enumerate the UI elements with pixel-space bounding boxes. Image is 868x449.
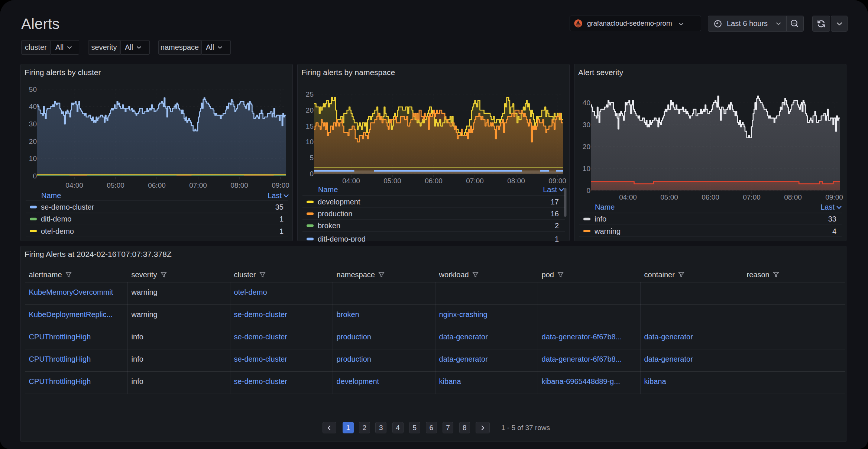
svg-text:Last: Last xyxy=(543,185,557,194)
svg-text:0: 0 xyxy=(33,172,37,180)
svg-text:40: 40 xyxy=(29,103,37,110)
svg-text:05:00: 05:00 xyxy=(660,193,678,201)
svg-text:Name: Name xyxy=(595,203,615,211)
svg-text:09:00: 09:00 xyxy=(548,177,566,185)
svg-text:08:00: 08:00 xyxy=(784,193,802,201)
svg-text:09:00: 09:00 xyxy=(825,193,843,201)
svg-text:15: 15 xyxy=(306,122,314,130)
svg-text:07:00: 07:00 xyxy=(466,177,484,185)
svg-text:17: 17 xyxy=(551,198,559,206)
svg-text:info: info xyxy=(595,215,606,223)
svg-text:ditl-demo-prod: ditl-demo-prod xyxy=(318,235,366,242)
svg-text:4: 4 xyxy=(832,227,836,235)
svg-text:1: 1 xyxy=(279,215,284,223)
svg-text:0: 0 xyxy=(310,170,314,178)
svg-text:07:00: 07:00 xyxy=(743,193,761,201)
svg-text:05:00: 05:00 xyxy=(107,181,124,189)
svg-text:1: 1 xyxy=(279,227,284,235)
svg-text:35: 35 xyxy=(275,203,284,211)
svg-text:10: 10 xyxy=(306,138,314,146)
svg-text:40: 40 xyxy=(583,99,590,107)
svg-text:Last: Last xyxy=(820,203,835,211)
svg-text:5: 5 xyxy=(310,154,314,162)
svg-text:se-demo-cluster: se-demo-cluster xyxy=(41,203,94,211)
svg-text:Last: Last xyxy=(268,191,282,200)
svg-text:Name: Name xyxy=(41,191,61,200)
svg-text:10: 10 xyxy=(583,165,590,172)
svg-text:07:00: 07:00 xyxy=(189,181,207,189)
svg-text:08:00: 08:00 xyxy=(230,181,248,189)
svg-text:warning: warning xyxy=(594,227,621,235)
svg-text:06:00: 06:00 xyxy=(702,193,719,201)
svg-text:30: 30 xyxy=(29,120,37,128)
svg-text:broken: broken xyxy=(318,222,340,230)
svg-text:25: 25 xyxy=(306,90,314,98)
svg-text:production: production xyxy=(318,210,352,218)
svg-text:0: 0 xyxy=(586,187,590,194)
svg-text:ditl-demo: ditl-demo xyxy=(41,215,71,223)
svg-text:1: 1 xyxy=(555,235,559,242)
svg-text:otel-demo: otel-demo xyxy=(41,227,74,235)
svg-text:10: 10 xyxy=(29,155,37,162)
svg-text:06:00: 06:00 xyxy=(148,181,166,189)
svg-text:20: 20 xyxy=(306,106,314,114)
svg-text:09:00: 09:00 xyxy=(272,181,289,189)
svg-text:06:00: 06:00 xyxy=(425,177,443,185)
svg-text:08:00: 08:00 xyxy=(507,177,525,185)
svg-text:Name: Name xyxy=(318,185,338,194)
svg-text:2: 2 xyxy=(555,222,559,230)
svg-text:20: 20 xyxy=(583,143,590,151)
svg-text:04:00: 04:00 xyxy=(65,181,83,189)
svg-text:04:00: 04:00 xyxy=(342,177,360,185)
svg-text:50: 50 xyxy=(29,85,37,93)
svg-text:04:00: 04:00 xyxy=(619,193,637,201)
svg-text:20: 20 xyxy=(29,138,37,145)
svg-text:33: 33 xyxy=(828,215,836,223)
svg-text:16: 16 xyxy=(551,210,559,218)
svg-text:30: 30 xyxy=(583,121,590,129)
svg-text:development: development xyxy=(318,198,360,206)
svg-text:05:00: 05:00 xyxy=(383,177,401,185)
